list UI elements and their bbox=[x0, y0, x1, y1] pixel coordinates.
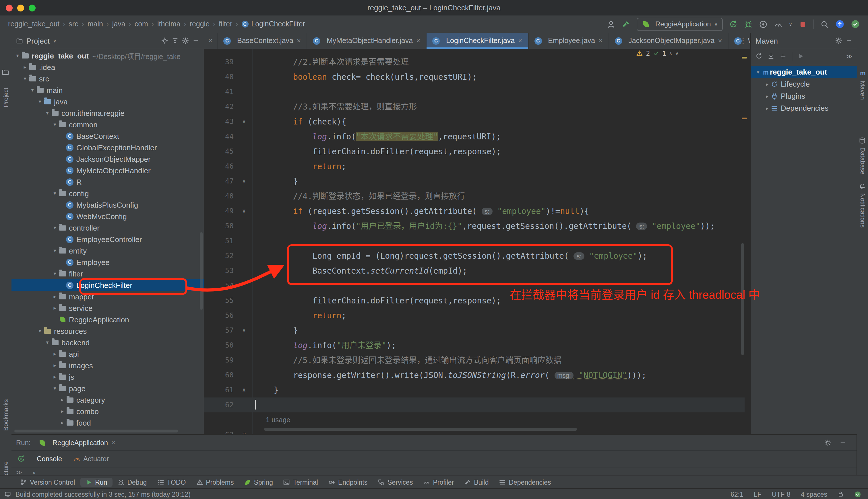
chevron-down-icon[interactable]: ▾ bbox=[51, 225, 59, 231]
chevron-down-icon[interactable]: ▾ bbox=[36, 99, 44, 105]
code-line-40[interactable]: boolean check= check(urls,requestURI); bbox=[254, 70, 750, 84]
hidden-tab-close-icon[interactable]: × bbox=[204, 33, 217, 49]
account-icon[interactable] bbox=[607, 20, 615, 28]
tree-item-com-itheima-reggie[interactable]: ▾com.itheima.reggie bbox=[11, 107, 204, 119]
tree-item-service[interactable]: ▸service bbox=[11, 302, 204, 314]
close-tab-icon[interactable]: × bbox=[518, 37, 522, 44]
editor-tab-basecontext-java[interactable]: CBaseContext.java× bbox=[217, 33, 307, 49]
tool-button-project[interactable]: Project bbox=[0, 78, 11, 107]
warning-stripe-mark[interactable] bbox=[742, 57, 747, 59]
code-line-52[interactable]: Long empId = (Long)request.getSession().… bbox=[254, 248, 750, 263]
chevron-down-icon[interactable]: ▾ bbox=[51, 248, 59, 254]
tree-item-images[interactable]: ▸images bbox=[11, 360, 204, 371]
fold-marker-icon[interactable]: ∧ bbox=[237, 323, 251, 338]
editor-tab-mymetaobjecthandler-java[interactable]: CMyMetaObjectHandler.java× bbox=[307, 33, 427, 49]
line-number[interactable]: 61 bbox=[204, 382, 234, 398]
code-line-60[interactable]: response.getWriter().write(JSON.toJSONSt… bbox=[254, 368, 750, 382]
tool-button-debug[interactable]: Debug bbox=[112, 477, 152, 487]
tool-button-version-control[interactable]: Version Control bbox=[15, 477, 80, 487]
tree-item-mymetaobjecthandler[interactable]: CMyMetaObjectHandler bbox=[11, 165, 204, 176]
code-line-61[interactable]: } bbox=[254, 382, 750, 398]
tool-button-run[interactable]: Run bbox=[80, 477, 112, 487]
prev-issue-icon[interactable]: ∧ bbox=[669, 51, 673, 56]
line-number[interactable]: 48 bbox=[204, 189, 234, 204]
breadcrumb-item[interactable]: src bbox=[69, 20, 78, 28]
more-tabs-icon[interactable]: ⋮ bbox=[739, 36, 747, 45]
tree-item-employeecontroller[interactable]: CEmployeeController bbox=[11, 233, 204, 245]
read-only-lock-icon[interactable] bbox=[837, 491, 844, 497]
chevron-right-icon[interactable]: ▸ bbox=[59, 409, 66, 414]
code-line-57[interactable]: } bbox=[254, 323, 750, 338]
settings-icon[interactable] bbox=[835, 37, 842, 44]
tree-item-webmvcconfig[interactable]: CWebMvcConfig bbox=[11, 210, 204, 222]
breadcrumb-item[interactable]: com bbox=[135, 20, 148, 28]
chevron-right-icon[interactable]: ▸ bbox=[59, 420, 66, 426]
tree-item-basecontext[interactable]: CBaseContext bbox=[11, 130, 204, 142]
line-number[interactable]: 52 bbox=[204, 248, 234, 263]
line-number[interactable]: 58 bbox=[204, 338, 234, 353]
maven-node-dependencies[interactable]: ▸ Dependencies bbox=[751, 102, 857, 114]
chevron-down-icon[interactable]: ▾ bbox=[51, 122, 59, 127]
line-number[interactable]: 54 bbox=[204, 278, 234, 293]
code-line-41[interactable] bbox=[254, 84, 750, 99]
chevron-right-icon[interactable]: ▸ bbox=[59, 397, 66, 403]
code-line-44[interactable]: log.info("本次请求不需要处理",requestURI); bbox=[254, 129, 750, 144]
build-project-icon[interactable] bbox=[621, 20, 630, 28]
line-number[interactable]: 63 bbox=[204, 427, 234, 434]
line-number[interactable]: 50 bbox=[204, 219, 234, 233]
tree-item-reggieapplication[interactable]: ReggieApplication bbox=[11, 314, 204, 325]
tree-item-globalexceptionhandler[interactable]: CGlobalExceptionHandler bbox=[11, 142, 204, 153]
code-line-49[interactable]: if (request.getSession().getAttribute( s… bbox=[254, 204, 750, 219]
tree-item-food[interactable]: ▸food bbox=[11, 417, 204, 428]
code-line-42[interactable]: //3.如果不需要处理，则直接方形 bbox=[254, 99, 750, 114]
chevron-down-icon[interactable]: ▾ bbox=[44, 340, 51, 345]
maven-node-lifecycle[interactable]: ▸ Lifecycle bbox=[751, 78, 857, 90]
tree-item-entity[interactable]: ▾entity bbox=[11, 245, 204, 256]
warning-stripe-mark[interactable] bbox=[742, 118, 747, 119]
settings-icon[interactable] bbox=[182, 37, 189, 44]
zoom-window-button[interactable] bbox=[29, 4, 36, 11]
code-line-53[interactable]: BaseContext.setCurrentId(empId); bbox=[254, 263, 750, 278]
chevron-down-icon[interactable]: ▾ bbox=[14, 53, 21, 59]
chevron-right-icon[interactable]: ▸ bbox=[763, 81, 771, 87]
code-line-55[interactable]: filterChain.doFilter(request,response); bbox=[254, 293, 750, 308]
tree-item-combo[interactable]: ▸combo bbox=[11, 405, 204, 417]
line-number[interactable]: 56 bbox=[204, 308, 234, 323]
tree-item-mybatisplusconfig[interactable]: CMybatisPlusConfig bbox=[11, 199, 204, 210]
tree-item-r[interactable]: CR bbox=[11, 176, 204, 187]
fold-marker-icon[interactable]: ∧ bbox=[237, 382, 251, 398]
code-line-58[interactable]: log.info("用户未登录"); bbox=[254, 338, 750, 353]
editor-scrollbar-horizontal[interactable] bbox=[264, 428, 577, 431]
download-sources-icon[interactable] bbox=[768, 53, 774, 60]
editor-scrollbar-vertical[interactable] bbox=[741, 243, 744, 355]
chevron-down-icon[interactable]: ▾ bbox=[29, 87, 36, 93]
profiler-button[interactable] bbox=[774, 20, 783, 28]
tool-button-services[interactable]: Services bbox=[372, 477, 418, 487]
tree-item-java[interactable]: ▾java bbox=[11, 96, 204, 107]
tool-button-notifications[interactable]: Notifications bbox=[857, 193, 868, 237]
editor-tab-jacksonobjectmapper-java[interactable]: CJacksonObjectMapper.java× bbox=[609, 33, 728, 49]
run-configuration-select[interactable]: ReggieApplication ∨ bbox=[637, 17, 723, 31]
tree-item-reggie_take_out[interactable]: ▾reggie_take_out~/Desktop/项目/reggie_take bbox=[11, 50, 204, 61]
project-scrollbar-vertical[interactable] bbox=[200, 232, 203, 310]
line-number[interactable]: 46 bbox=[204, 159, 234, 174]
reload-maven-icon[interactable] bbox=[756, 53, 762, 60]
project-tool-icon[interactable] bbox=[2, 68, 9, 76]
tree-item--idea[interactable]: ▸.idea bbox=[11, 61, 204, 73]
tool-button-dependencies[interactable]: Dependencies bbox=[494, 477, 556, 487]
code-line-47[interactable]: } bbox=[254, 174, 750, 189]
chevron-down-icon[interactable]: ▾ bbox=[51, 191, 59, 196]
tree-item-category[interactable]: ▸category bbox=[11, 394, 204, 405]
tree-item-mapper[interactable]: ▸mapper bbox=[11, 291, 204, 302]
chevron-down-icon[interactable]: ▾ bbox=[36, 328, 44, 334]
breadcrumb-item[interactable]: reggie bbox=[190, 20, 210, 28]
hide-panel-icon[interactable] bbox=[192, 37, 199, 44]
line-number[interactable]: 40 bbox=[204, 70, 234, 84]
run-maven-goal-icon[interactable] bbox=[797, 53, 804, 60]
close-tab-icon[interactable]: × bbox=[598, 37, 603, 44]
overflow-icon[interactable]: ≫ bbox=[16, 469, 22, 475]
tree-item-common[interactable]: ▾common bbox=[11, 119, 204, 130]
code-line-59[interactable]: //5.如果未登录则返回未登录结果，通过输出流方式向客户端页面响应数据 bbox=[254, 353, 750, 368]
tree-item-config[interactable]: ▾config bbox=[11, 187, 204, 199]
chevron-right-icon[interactable]: ▸ bbox=[21, 64, 29, 70]
